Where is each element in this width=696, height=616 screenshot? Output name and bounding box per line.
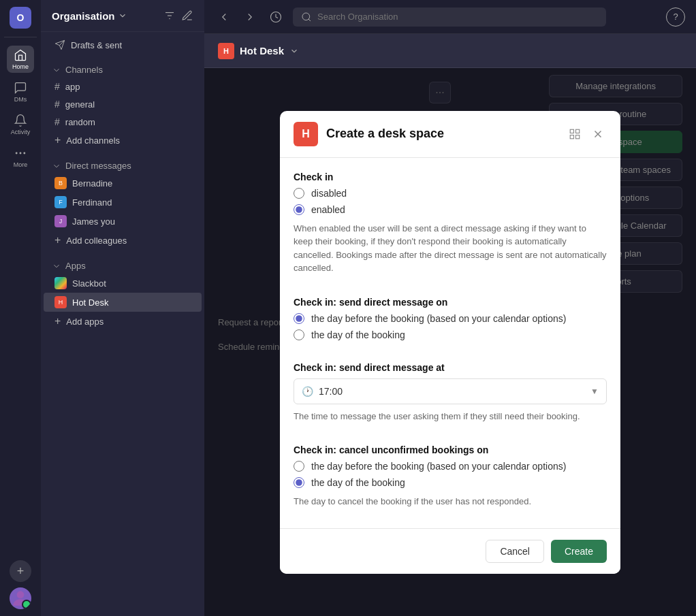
search-bar[interactable] [293, 7, 606, 27]
dm-ferdinand[interactable]: F Ferdinand [44, 193, 202, 212]
svg-rect-13 [570, 135, 573, 138]
check-in-enabled-radio[interactable] [294, 204, 304, 215]
svg-point-2 [24, 152, 25, 154]
dm-day-of-label: the day of the booking [311, 329, 405, 340]
send-dm-at-select[interactable]: 17:00 08:00 09:00 10:00 12:00 [294, 378, 607, 404]
check-in-label: Check in [294, 172, 607, 182]
cancel-on-radio-group: the day before the booking (based on you… [294, 461, 607, 488]
svg-rect-11 [576, 129, 580, 133]
james-avatar: J [54, 215, 67, 227]
bernadine-avatar: B [54, 177, 67, 189]
apps-header[interactable]: Apps [41, 258, 204, 274]
add-channels-label: Add channels [66, 135, 120, 146]
modal-body: Check in disabled enabled [280, 158, 620, 528]
forward-button[interactable] [241, 8, 259, 26]
apps-chevron-icon [52, 261, 61, 271]
svg-point-1 [20, 152, 21, 154]
james-name: James you [72, 216, 115, 227]
svg-line-9 [309, 19, 311, 21]
send-dm-at-section: Check in: send direct message at 🕐 17:00… [294, 362, 607, 423]
dm-james[interactable]: J James you [44, 212, 202, 231]
check-in-enabled-option[interactable]: enabled [294, 204, 607, 215]
hotdesk-header-icon: H [218, 43, 234, 59]
check-in-radio-group: disabled enabled [294, 188, 607, 215]
drafts-item[interactable]: Drafts & sent [44, 36, 202, 54]
app-hotdesk[interactable]: H Hot Desk [44, 293, 202, 312]
modal-overlay: H Create a desk space [204, 68, 696, 616]
channels-label: Channels [65, 65, 103, 75]
add-workspace-button[interactable]: + [10, 560, 31, 582]
org-avatar[interactable]: O [10, 7, 31, 29]
search-input[interactable] [317, 12, 598, 22]
home-label: Home [12, 63, 29, 70]
dm-day-before-label: the day before the booking (based on you… [311, 313, 566, 324]
check-in-disabled-option[interactable]: disabled [294, 188, 607, 199]
cancel-on-label: Check in: cancel unconfirmed bookings on [294, 444, 607, 455]
activity-nav[interactable]: Activity [7, 111, 34, 138]
history-button[interactable] [267, 8, 285, 26]
drafts-icon [54, 39, 65, 50]
cancel-on-section: Check in: cancel unconfirmed bookings on… [294, 444, 607, 508]
channels-header[interactable]: Channels [41, 62, 204, 78]
check-in-info: When enabled the user will be sent a dir… [294, 222, 607, 275]
filter-icon[interactable] [163, 10, 176, 22]
more-nav[interactable]: More [7, 144, 34, 171]
ferdinand-avatar: F [54, 196, 67, 208]
create-button[interactable]: Create [551, 540, 607, 563]
compose-icon[interactable] [181, 10, 193, 22]
content-title-text: Hot Desk [240, 45, 284, 56]
dms-header[interactable]: Direct messages [41, 158, 204, 174]
send-dm-at-clock-icon: 🕐 [302, 386, 313, 397]
dms-section-label: Direct messages [65, 161, 131, 171]
sidebar-channel-app[interactable]: # app [44, 78, 202, 95]
sidebar-channel-general[interactable]: # general [44, 95, 202, 113]
cancel-day-before-option[interactable]: the day before the booking (based on you… [294, 461, 607, 472]
sidebar-header: Organisation [41, 0, 204, 32]
send-dm-at-label: Check in: send direct message at [294, 362, 607, 373]
modal-footer: Cancel Create [280, 528, 620, 574]
cancel-day-of-radio[interactable] [294, 477, 304, 488]
cancel-day-before-radio[interactable] [294, 461, 304, 472]
org-name[interactable]: Organisation [52, 10, 127, 22]
add-colleagues-item[interactable]: + Add colleagues [44, 231, 202, 250]
hotdesk-sidebar-avatar: H [54, 296, 67, 308]
svg-rect-10 [570, 129, 573, 133]
back-button[interactable] [215, 8, 233, 26]
modal-title: Create a desk space [326, 127, 558, 141]
modal-hotdesk-icon: H [294, 122, 318, 146]
dms-nav[interactable]: DMs [7, 78, 34, 106]
dm-day-of-radio[interactable] [294, 329, 304, 340]
dm-bernadine[interactable]: B Bernadine [44, 174, 202, 193]
drafts-section: Drafts & sent [41, 32, 204, 58]
dms-label: DMs [14, 96, 27, 103]
modal-expand-button[interactable] [566, 125, 584, 143]
add-apps-item[interactable]: + Add apps [44, 312, 202, 331]
dm-day-before-radio[interactable] [294, 313, 304, 324]
cancel-button[interactable]: Cancel [486, 540, 544, 563]
dm-day-of-option[interactable]: the day of the booking [294, 329, 607, 340]
more-label: More [14, 161, 28, 168]
cancel-day-of-label: the day of the booking [311, 477, 405, 488]
cancel-day-of-option[interactable]: the day of the booking [294, 477, 607, 488]
check-in-disabled-radio[interactable] [294, 188, 304, 199]
add-colleagues-label: Add colleagues [66, 236, 127, 246]
app-slackbot[interactable]: Slackbot [44, 274, 202, 293]
modal-close-button[interactable] [589, 125, 607, 143]
dm-day-before-option[interactable]: the day before the booking (based on you… [294, 313, 607, 324]
close-icon [592, 128, 604, 140]
send-dm-at-info: The time to message the user asking them… [294, 410, 607, 423]
title-chevron-icon [289, 46, 299, 56]
sidebar-channel-random[interactable]: # random [44, 113, 202, 131]
icon-bar: O Home DMs Activity More + [0, 0, 41, 616]
send-dm-on-section: Check in: send direct message on the day… [294, 297, 607, 340]
top-bar-right: ? [666, 7, 685, 27]
content-title[interactable]: H Hot Desk [218, 43, 299, 59]
user-avatar[interactable] [10, 587, 31, 609]
drafts-label: Drafts & sent [71, 40, 122, 50]
home-nav[interactable]: Home [7, 46, 34, 73]
modal-header: H Create a desk space [280, 111, 620, 158]
apps-label: Apps [65, 261, 86, 271]
help-button[interactable]: ? [666, 7, 685, 27]
channels-chevron-icon [52, 65, 61, 75]
add-channels-item[interactable]: + Add channels [44, 131, 202, 150]
